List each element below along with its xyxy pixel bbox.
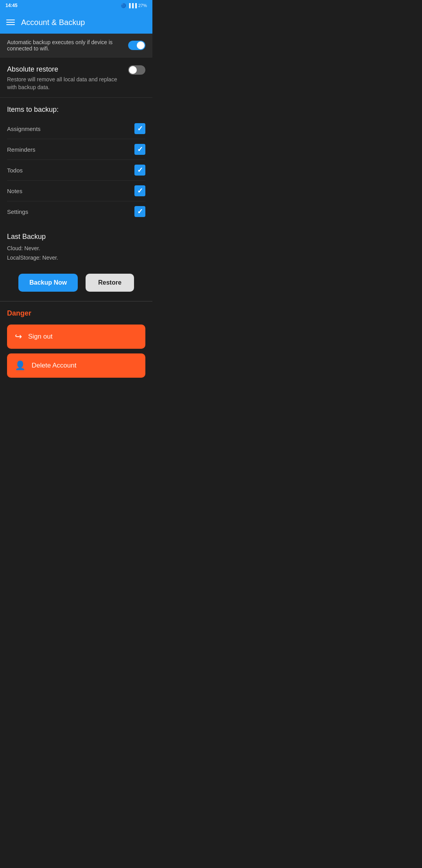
backup-item-label: Notes <box>7 188 22 194</box>
reminders-checkbox[interactable]: ✓ <box>134 144 145 155</box>
toggle-knob <box>137 41 145 49</box>
app-bar: Account & Backup <box>0 11 152 34</box>
toggle-knob <box>129 66 137 74</box>
delete-account-icon: 👤 <box>15 360 25 371</box>
items-to-backup-title: Items to backup: <box>7 106 145 114</box>
wifi-backup-toggle[interactable] <box>128 41 145 50</box>
backup-now-button[interactable]: Backup Now <box>18 274 78 292</box>
last-backup-info: Cloud: Never. LocalStorage: Never. <box>7 244 145 263</box>
items-to-backup-section: Items to backup: Assignments ✓ Reminders… <box>0 98 152 225</box>
backup-item-label: Reminders <box>7 146 36 153</box>
delete-account-button[interactable]: 👤 Delete Account <box>7 353 145 378</box>
backup-item-label: Settings <box>7 208 28 215</box>
sign-out-button[interactable]: ↪ Sign out <box>7 325 145 349</box>
wifi-notice-row: Automatic backup executes only if device… <box>0 34 152 57</box>
local-backup-status: LocalStorage: Never. <box>7 253 145 263</box>
restore-button[interactable]: Restore <box>86 274 134 292</box>
last-backup-section: Last Backup Cloud: Never. LocalStorage: … <box>0 225 152 269</box>
restore-description: Restore will remove all local data and r… <box>7 76 123 91</box>
danger-title: Danger <box>7 309 145 317</box>
status-icons: 🔵 ▐▐▐ 27% <box>121 3 147 8</box>
absolute-restore-section: Absolute restore Restore will remove all… <box>0 57 152 98</box>
menu-icon[interactable] <box>6 20 15 25</box>
check-icon: ✓ <box>137 166 143 174</box>
backup-item-notes: Notes ✓ <box>7 181 145 201</box>
backup-item-settings: Settings ✓ <box>7 201 145 222</box>
page-title: Account & Backup <box>21 18 85 27</box>
signal-icon: ▐▐▐ <box>128 3 137 8</box>
danger-section: Danger ↪ Sign out 👤 Delete Account <box>0 301 152 389</box>
backup-item-label: Todos <box>7 167 23 174</box>
settings-checkbox[interactable]: ✓ <box>134 206 145 217</box>
assignments-checkbox[interactable]: ✓ <box>134 123 145 134</box>
backup-item-todos: Todos ✓ <box>7 160 145 181</box>
check-icon: ✓ <box>137 145 143 154</box>
backup-item-reminders: Reminders ✓ <box>7 139 145 160</box>
sign-out-label: Sign out <box>28 333 52 341</box>
check-icon: ✓ <box>137 207 143 216</box>
wifi-notice-text: Automatic backup executes only if device… <box>7 39 128 52</box>
notes-checkbox[interactable]: ✓ <box>134 185 145 196</box>
todos-checkbox[interactable]: ✓ <box>134 165 145 176</box>
absolute-restore-toggle[interactable] <box>128 65 145 75</box>
backup-item-assignments: Assignments ✓ <box>7 118 145 139</box>
delete-account-label: Delete Account <box>32 362 76 369</box>
content-area: Automatic backup executes only if device… <box>0 34 152 389</box>
restore-title: Absolute restore <box>7 65 123 74</box>
status-bar: 14:45 🔵 ▐▐▐ 27% <box>0 0 152 11</box>
sign-out-icon: ↪ <box>15 332 22 342</box>
action-buttons-row: Backup Now Restore <box>0 269 152 301</box>
restore-text-block: Absolute restore Restore will remove all… <box>7 65 128 91</box>
last-backup-title: Last Backup <box>7 233 145 241</box>
cloud-backup-status: Cloud: Never. <box>7 244 145 253</box>
status-time: 14:45 <box>5 3 18 8</box>
bluetooth-icon: 🔵 <box>121 3 126 8</box>
check-icon: ✓ <box>137 187 143 195</box>
check-icon: ✓ <box>137 124 143 133</box>
backup-item-label: Assignments <box>7 126 41 132</box>
battery-text: 27% <box>138 3 147 8</box>
